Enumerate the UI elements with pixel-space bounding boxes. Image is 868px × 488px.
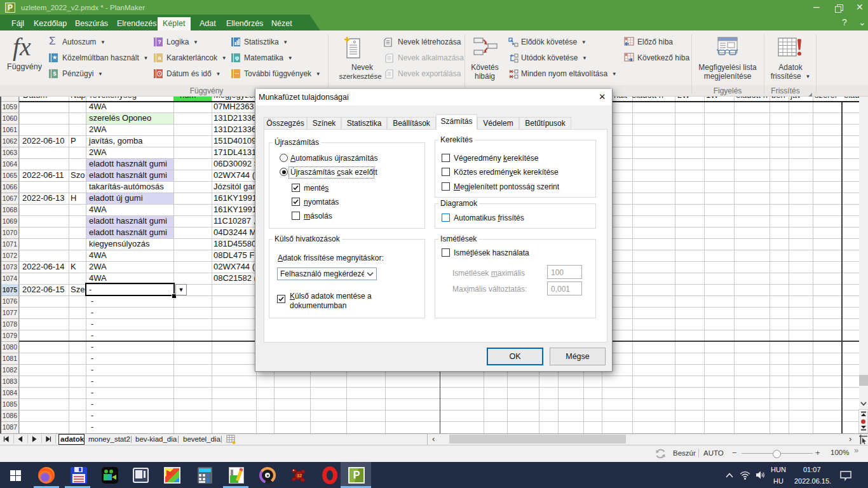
svg-text:32: 32 (297, 473, 302, 478)
